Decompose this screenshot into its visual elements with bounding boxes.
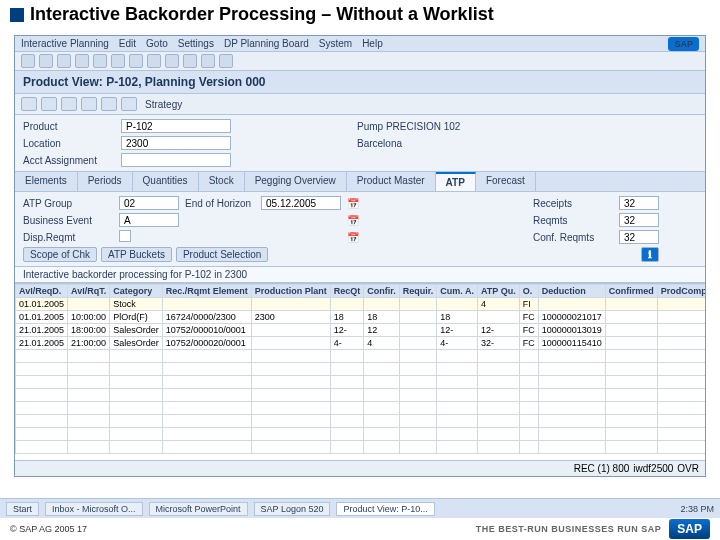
- product-input[interactable]: P-102: [121, 119, 231, 133]
- col-header[interactable]: AvI/RqT.: [68, 285, 110, 298]
- table-cell[interactable]: FI: [519, 298, 538, 311]
- table-cell[interactable]: SalesOrder: [110, 337, 163, 350]
- table-cell[interactable]: 4: [477, 298, 519, 311]
- bevent-input[interactable]: A: [119, 213, 179, 227]
- table-cell[interactable]: 4: [364, 337, 400, 350]
- table-cell[interactable]: [657, 311, 705, 324]
- table-cell[interactable]: 12-: [330, 324, 364, 337]
- table-cell[interactable]: 21:00:00: [68, 337, 110, 350]
- tab-forecast[interactable]: Forecast: [476, 172, 536, 191]
- taskbar-item-active[interactable]: Product View: P-10...: [336, 502, 434, 516]
- start-button[interactable]: Start: [6, 502, 39, 516]
- refresh-icon[interactable]: [21, 97, 37, 111]
- scope-of-check-button[interactable]: Scope of Chk: [23, 247, 97, 262]
- menu-item[interactable]: Interactive Planning: [21, 38, 109, 49]
- cum-checkbox[interactable]: [119, 230, 131, 242]
- menu-item[interactable]: Help: [362, 38, 383, 49]
- table-cell[interactable]: Stock: [110, 298, 163, 311]
- table-row[interactable]: 21.01.200518:00:00SalesOrder10752/000010…: [16, 324, 706, 337]
- col-header[interactable]: Rec./Rqmt Element: [162, 285, 251, 298]
- info-icon[interactable]: ℹ: [641, 247, 659, 262]
- more-icon[interactable]: [101, 97, 117, 111]
- menu-item[interactable]: Edit: [119, 38, 136, 49]
- table-cell[interactable]: [162, 298, 251, 311]
- tab-elements[interactable]: Elements: [15, 172, 78, 191]
- help-icon[interactable]: [219, 54, 233, 68]
- table-cell[interactable]: 01.01.2005: [16, 298, 68, 311]
- table-row[interactable]: 01.01.200510:00:00PlOrd(F)16724/0000/230…: [16, 311, 706, 324]
- table-cell[interactable]: SalesOrder: [110, 324, 163, 337]
- product-selection-button[interactable]: Product Selection: [176, 247, 268, 262]
- taskbar-item[interactable]: SAP Logon 520: [254, 502, 331, 516]
- menu-item[interactable]: DP Planning Board: [224, 38, 309, 49]
- end-horizon-input[interactable]: 05.12.2005: [261, 196, 341, 210]
- table-cell[interactable]: 18: [437, 311, 478, 324]
- table-row[interactable]: 21.01.200521:00:00SalesOrder10752/000020…: [16, 337, 706, 350]
- table-cell[interactable]: 12: [364, 324, 400, 337]
- user-settings-icon[interactable]: [61, 97, 77, 111]
- table-cell[interactable]: [437, 298, 478, 311]
- table-cell[interactable]: 10:00:00: [68, 311, 110, 324]
- enter-icon[interactable]: [21, 54, 35, 68]
- table-cell[interactable]: 100000013019: [538, 324, 605, 337]
- taskbar-item[interactable]: Inbox - Microsoft O...: [45, 502, 143, 516]
- col-header[interactable]: Requir.: [399, 285, 437, 298]
- col-header[interactable]: ProdCompDate: [657, 285, 705, 298]
- table-cell[interactable]: 100000021017: [538, 311, 605, 324]
- table-cell[interactable]: [657, 337, 705, 350]
- col-header[interactable]: Production Plant: [251, 285, 330, 298]
- col-header[interactable]: AvI/ReqD.: [16, 285, 68, 298]
- table-cell[interactable]: 4-: [330, 337, 364, 350]
- cancel-icon[interactable]: [93, 54, 107, 68]
- table-cell[interactable]: 12-: [477, 324, 519, 337]
- tab-stock[interactable]: Stock: [199, 172, 245, 191]
- table-cell[interactable]: [538, 298, 605, 311]
- tab-pegging[interactable]: Pegging Overview: [245, 172, 347, 191]
- menu-item[interactable]: Settings: [178, 38, 214, 49]
- back-icon[interactable]: [57, 54, 71, 68]
- col-header[interactable]: Cum. A.: [437, 285, 478, 298]
- tab-quantities[interactable]: Quantities: [133, 172, 199, 191]
- table-row[interactable]: 01.01.2005Stock4FI: [16, 298, 706, 311]
- table-cell[interactable]: [330, 298, 364, 311]
- propagate-icon[interactable]: [81, 97, 97, 111]
- table-cell[interactable]: [399, 324, 437, 337]
- variant-icon[interactable]: [41, 97, 57, 111]
- save-icon[interactable]: [39, 54, 53, 68]
- atp-group-input[interactable]: 02: [119, 196, 179, 210]
- table-cell[interactable]: 100000115410: [538, 337, 605, 350]
- table-cell[interactable]: 21.01.2005: [16, 337, 68, 350]
- table-cell[interactable]: [657, 298, 705, 311]
- exit-icon[interactable]: [75, 54, 89, 68]
- graphic-icon[interactable]: [121, 97, 137, 111]
- tab-product-master[interactable]: Product Master: [347, 172, 436, 191]
- table-cell[interactable]: FC: [519, 337, 538, 350]
- table-cell[interactable]: [605, 298, 657, 311]
- last-page-icon[interactable]: [201, 54, 215, 68]
- table-cell[interactable]: PlOrd(F): [110, 311, 163, 324]
- menu-item[interactable]: System: [319, 38, 352, 49]
- tab-periods[interactable]: Periods: [78, 172, 133, 191]
- table-cell[interactable]: [399, 337, 437, 350]
- tab-atp[interactable]: ATP: [436, 172, 476, 191]
- prev-page-icon[interactable]: [165, 54, 179, 68]
- next-page-icon[interactable]: [183, 54, 197, 68]
- table-cell[interactable]: [364, 298, 400, 311]
- col-header[interactable]: Deduction: [538, 285, 605, 298]
- table-cell[interactable]: [657, 324, 705, 337]
- find-icon[interactable]: [129, 54, 143, 68]
- table-cell[interactable]: [251, 298, 330, 311]
- table-cell[interactable]: [68, 298, 110, 311]
- table-cell[interactable]: 18: [330, 311, 364, 324]
- col-header[interactable]: RecQt: [330, 285, 364, 298]
- col-header[interactable]: Confir.: [364, 285, 400, 298]
- table-cell[interactable]: 32-: [477, 337, 519, 350]
- table-cell[interactable]: [251, 324, 330, 337]
- table-cell[interactable]: 10752/000010/0001: [162, 324, 251, 337]
- table-cell[interactable]: 01.01.2005: [16, 311, 68, 324]
- table-cell[interactable]: 2300: [251, 311, 330, 324]
- table-cell[interactable]: 18:00:00: [68, 324, 110, 337]
- table-cell[interactable]: 10752/000020/0001: [162, 337, 251, 350]
- first-page-icon[interactable]: [147, 54, 161, 68]
- table-cell[interactable]: [477, 311, 519, 324]
